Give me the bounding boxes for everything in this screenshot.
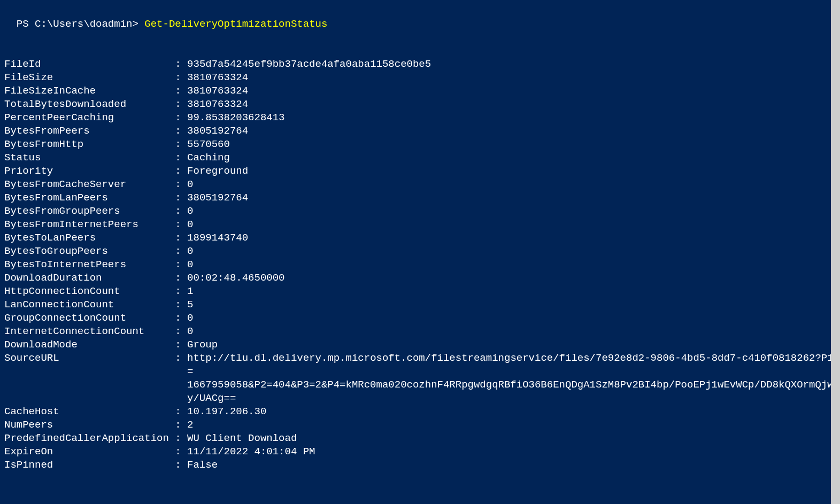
output-row: BytesFromPeers : 3805192764 bbox=[4, 125, 836, 138]
output-block: FileId : 935d7a54245ef9bb37acde4afa0aba1… bbox=[4, 58, 836, 472]
field-separator: : bbox=[169, 218, 187, 231]
field-value: 0 bbox=[187, 218, 836, 231]
output-row: DownloadMode : Group bbox=[4, 338, 836, 352]
field-separator: : bbox=[169, 352, 187, 378]
field-key: BytesToLanPeers bbox=[4, 231, 169, 245]
output-row-continuation: 1667959058&P2=404&P3=2&P4=kMRc0ma020cozh… bbox=[4, 378, 836, 405]
output-row: BytesFromInternetPeers : 0 bbox=[4, 218, 836, 231]
output-row: GroupConnectionCount : 0 bbox=[4, 312, 836, 325]
field-value: Caching bbox=[187, 151, 836, 165]
field-value: 0 bbox=[187, 205, 836, 218]
field-separator: : bbox=[169, 312, 187, 325]
field-key: GroupConnectionCount bbox=[4, 312, 169, 325]
field-value: 0 bbox=[187, 258, 836, 272]
field-separator: : bbox=[169, 165, 187, 178]
field-value: 00:02:48.4650000 bbox=[187, 272, 836, 285]
field-key: BytesFromGroupPeers bbox=[4, 205, 169, 218]
field-value: 935d7a54245ef9bb37acde4afa0aba1158ce0be5 bbox=[187, 58, 836, 71]
output-row: Status : Caching bbox=[4, 151, 836, 165]
field-key: NumPeers bbox=[4, 418, 169, 432]
field-separator: : bbox=[169, 111, 187, 125]
prompt-prefix: PS bbox=[17, 18, 35, 30]
field-key: LanConnectionCount bbox=[4, 298, 169, 312]
command-text[interactable]: Get-DeliveryOptimizationStatus bbox=[144, 18, 327, 30]
output-row: FileSizeInCache : 3810763324 bbox=[4, 84, 836, 98]
field-separator: : bbox=[169, 58, 187, 71]
output-row: Priority : Foreground bbox=[4, 165, 836, 178]
field-key: ExpireOn bbox=[4, 445, 169, 459]
field-key: BytesFromCacheServer bbox=[4, 178, 169, 191]
field-separator: : bbox=[169, 245, 187, 258]
field-key: DownloadDuration bbox=[4, 272, 169, 285]
field-value: 11/11/2022 4:01:04 PM bbox=[187, 445, 836, 459]
field-value: http://tlu.dl.delivery.mp.microsoft.com/… bbox=[187, 352, 836, 378]
field-key: BytesToGroupPeers bbox=[4, 245, 169, 258]
field-separator: : bbox=[169, 272, 187, 285]
field-separator: : bbox=[169, 191, 187, 205]
field-key: TotalBytesDownloaded bbox=[4, 98, 169, 111]
field-separator: : bbox=[169, 285, 187, 298]
output-row: BytesToLanPeers : 1899143740 bbox=[4, 231, 836, 245]
output-row: NumPeers : 2 bbox=[4, 418, 836, 432]
field-separator: : bbox=[169, 84, 187, 98]
field-key: IsPinned bbox=[4, 459, 169, 472]
field-key: Priority bbox=[4, 165, 169, 178]
field-separator: : bbox=[169, 138, 187, 151]
field-value: 10.197.206.30 bbox=[187, 405, 836, 418]
field-separator: : bbox=[169, 178, 187, 191]
field-value: 3810763324 bbox=[187, 84, 836, 98]
output-row: PercentPeerCaching : 99.8538203628413 bbox=[4, 111, 836, 125]
field-value: 2 bbox=[187, 418, 836, 432]
field-separator: : bbox=[169, 338, 187, 352]
field-value: 3805192764 bbox=[187, 191, 836, 205]
field-separator: : bbox=[169, 459, 187, 472]
output-row: SourceURL : http://tlu.dl.delivery.mp.mi… bbox=[4, 352, 836, 378]
output-row: TotalBytesDownloaded : 3810763324 bbox=[4, 98, 836, 111]
output-row: IsPinned : False bbox=[4, 459, 836, 472]
scrollbar-thumb[interactable] bbox=[831, 0, 840, 504]
output-row: ExpireOn : 11/11/2022 4:01:04 PM bbox=[4, 445, 836, 459]
field-value: 99.8538203628413 bbox=[187, 111, 836, 125]
output-row: DownloadDuration : 00:02:48.4650000 bbox=[4, 272, 836, 285]
output-row: InternetConnectionCount : 0 bbox=[4, 325, 836, 338]
field-separator: : bbox=[169, 325, 187, 338]
field-value: Foreground bbox=[187, 165, 836, 178]
field-separator: : bbox=[169, 298, 187, 312]
output-row: HttpConnectionCount : 1 bbox=[4, 285, 836, 298]
field-value: 3810763324 bbox=[187, 71, 836, 84]
field-key: InternetConnectionCount bbox=[4, 325, 169, 338]
prompt-line: PS C:\Users\doadmin> Get-DeliveryOptimiz… bbox=[4, 4, 836, 31]
field-separator: : bbox=[169, 445, 187, 459]
field-value: 3810763324 bbox=[187, 98, 836, 111]
field-key: PercentPeerCaching bbox=[4, 111, 169, 125]
field-value: 5 bbox=[187, 298, 836, 312]
field-key: BytesFromInternetPeers bbox=[4, 218, 169, 231]
field-value: 5570560 bbox=[187, 138, 836, 151]
field-value: False bbox=[187, 459, 836, 472]
field-key: BytesFromPeers bbox=[4, 125, 169, 138]
output-row: FileSize : 3810763324 bbox=[4, 71, 836, 84]
field-value: WU Client Download bbox=[187, 432, 836, 445]
field-value: 1899143740 bbox=[187, 231, 836, 245]
field-separator: : bbox=[169, 151, 187, 165]
field-value: Group bbox=[187, 338, 836, 352]
field-separator: : bbox=[169, 125, 187, 138]
vertical-scrollbar[interactable] bbox=[831, 0, 840, 504]
output-row: FileId : 935d7a54245ef9bb37acde4afa0aba1… bbox=[4, 58, 836, 71]
field-key: BytesFromLanPeers bbox=[4, 191, 169, 205]
output-row: LanConnectionCount : 5 bbox=[4, 298, 836, 312]
field-key: FileSizeInCache bbox=[4, 84, 169, 98]
field-key: FileId bbox=[4, 58, 169, 71]
output-row: BytesToGroupPeers : 0 bbox=[4, 245, 836, 258]
field-value: 0 bbox=[187, 178, 836, 191]
output-row: BytesToInternetPeers : 0 bbox=[4, 258, 836, 272]
field-value: 0 bbox=[187, 245, 836, 258]
field-key: DownloadMode bbox=[4, 338, 169, 352]
field-key: CacheHost bbox=[4, 405, 169, 418]
field-value-continuation: 1667959058&P2=404&P3=2&P4=kMRc0ma020cozh… bbox=[187, 378, 836, 405]
field-key: SourceURL bbox=[4, 352, 169, 378]
output-row: PredefinedCallerApplication : WU Client … bbox=[4, 432, 836, 445]
field-separator: : bbox=[169, 71, 187, 84]
field-key: HttpConnectionCount bbox=[4, 285, 169, 298]
field-key: BytesFromHttp bbox=[4, 138, 169, 151]
